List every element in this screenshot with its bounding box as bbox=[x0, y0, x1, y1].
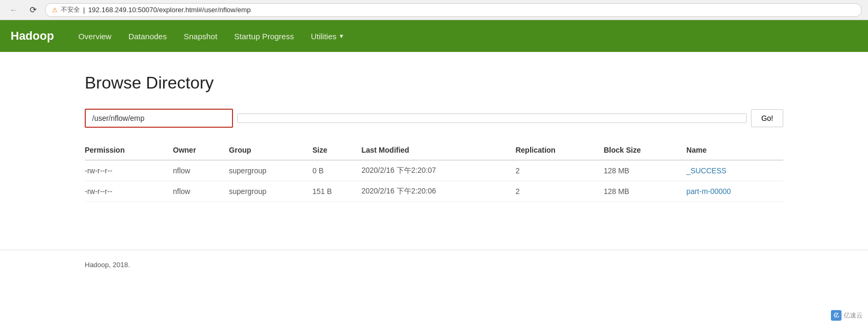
back-button[interactable]: ← bbox=[6, 4, 21, 16]
col-block-size: Block Size bbox=[604, 140, 686, 160]
directory-table: Permission Owner Group Size Last Modifie… bbox=[85, 140, 783, 202]
browser-chrome: ← ⟳ ⚠ 不安全 | 192.168.249.10:50070/explore… bbox=[0, 0, 868, 20]
url-text: 192.168.249.10:50070/explorer.html#/user… bbox=[88, 6, 250, 14]
nav-item-startup-progress[interactable]: Startup Progress bbox=[226, 28, 302, 45]
table-row: -rw-r--r-- nflow supergroup 151 B 2020/2… bbox=[85, 181, 783, 202]
lock-icon: ⚠ bbox=[52, 6, 58, 14]
cell-permission: -rw-r--r-- bbox=[85, 160, 173, 181]
cell-name[interactable]: part-m-00000 bbox=[686, 181, 783, 202]
file-link[interactable]: _SUCCESS bbox=[686, 166, 726, 175]
nav-item-datanodes[interactable]: Datanodes bbox=[120, 28, 175, 45]
col-size: Size bbox=[312, 140, 361, 160]
col-last-modified: Last Modified bbox=[361, 140, 515, 160]
col-name: Name bbox=[686, 140, 783, 160]
cell-owner: nflow bbox=[173, 160, 229, 181]
go-button[interactable]: Go! bbox=[751, 109, 783, 127]
col-owner: Owner bbox=[173, 140, 229, 160]
cell-group: supergroup bbox=[229, 160, 312, 181]
navbar-brand[interactable]: Hadoop bbox=[11, 29, 54, 43]
insecure-label: 不安全 bbox=[61, 5, 80, 14]
nav-link-overview[interactable]: Overview bbox=[70, 28, 120, 45]
col-replication: Replication bbox=[515, 140, 603, 160]
col-permission: Permission bbox=[85, 140, 173, 160]
nav-link-datanodes[interactable]: Datanodes bbox=[120, 28, 175, 45]
nav-item-snapshot[interactable]: Snapshot bbox=[175, 28, 226, 45]
cell-last-modified: 2020/2/16 下午2:20:07 bbox=[361, 160, 515, 181]
table-header-row: Permission Owner Group Size Last Modifie… bbox=[85, 140, 783, 160]
cell-permission: -rw-r--r-- bbox=[85, 181, 173, 202]
nav-link-startup-progress[interactable]: Startup Progress bbox=[226, 28, 302, 45]
nav-link-utilities[interactable]: Utilities ▼ bbox=[302, 28, 353, 45]
col-group: Group bbox=[229, 140, 312, 160]
cell-owner: nflow bbox=[173, 181, 229, 202]
path-input[interactable] bbox=[85, 109, 233, 128]
cell-replication: 2 bbox=[515, 160, 603, 181]
cell-group: supergroup bbox=[229, 181, 312, 202]
cell-size: 151 B bbox=[312, 181, 361, 202]
cell-size: 0 B bbox=[312, 160, 361, 181]
cell-last-modified: 2020/2/16 下午2:20:06 bbox=[361, 181, 515, 202]
navbar: Hadoop Overview Datanodes Snapshot Start… bbox=[0, 20, 868, 52]
nav-link-snapshot[interactable]: Snapshot bbox=[175, 28, 226, 45]
page-title: Browse Directory bbox=[85, 73, 783, 93]
cell-replication: 2 bbox=[515, 181, 603, 202]
path-row: Go! bbox=[85, 109, 783, 128]
chevron-down-icon: ▼ bbox=[338, 33, 344, 39]
cell-block-size: 128 MB bbox=[604, 181, 686, 202]
address-bar: ⚠ 不安全 | 192.168.249.10:50070/explorer.ht… bbox=[45, 3, 862, 17]
navbar-links: Overview Datanodes Snapshot Startup Prog… bbox=[70, 28, 353, 45]
file-link[interactable]: part-m-00000 bbox=[686, 187, 731, 196]
footer: Hadoop, 2018. bbox=[0, 250, 868, 279]
footer-text: Hadoop, 2018. bbox=[85, 261, 130, 269]
cell-block-size: 128 MB bbox=[604, 160, 686, 181]
nav-item-overview[interactable]: Overview bbox=[70, 28, 120, 45]
main-content: Browse Directory Go! Permission Owner Gr… bbox=[0, 52, 868, 239]
table-row: -rw-r--r-- nflow supergroup 0 B 2020/2/1… bbox=[85, 160, 783, 181]
reload-button[interactable]: ⟳ bbox=[26, 4, 40, 16]
address-separator: | bbox=[83, 6, 85, 14]
path-input-extension bbox=[237, 113, 747, 123]
nav-item-utilities[interactable]: Utilities ▼ bbox=[302, 28, 353, 45]
cell-name[interactable]: _SUCCESS bbox=[686, 160, 783, 181]
